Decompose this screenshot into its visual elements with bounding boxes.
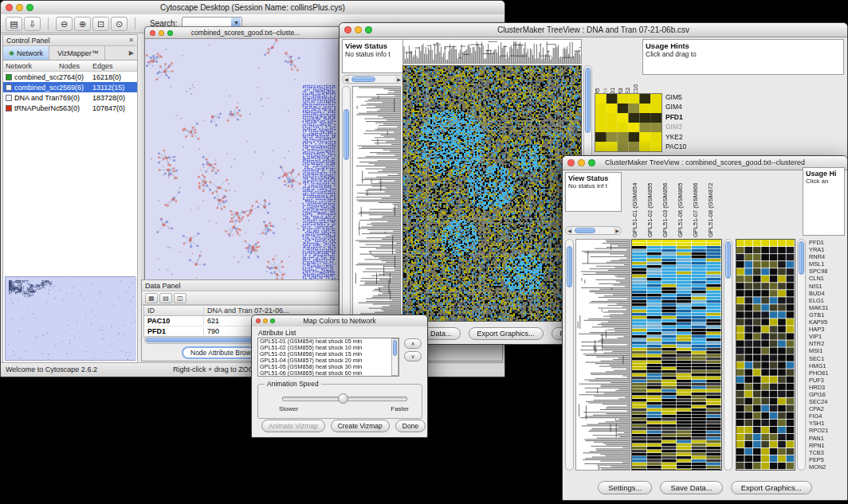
attribute-item[interactable]: GPL51-06 (GSM865) heat shock 60 min [258, 370, 398, 377]
gene-label[interactable]: FIG4 [809, 412, 845, 420]
speed-slider[interactable] [282, 397, 407, 401]
gene-label[interactable]: RNR4 [809, 253, 845, 260]
tRNAPuberNov2...[interactable]: tRNAPuberNov2... 563(0) 107847(0) [3, 103, 137, 113]
minimize-window-button[interactable] [263, 318, 268, 323]
DNA and Tran 07...[interactable]: DNA and Tran 07... 769(0) 183728(0) [3, 92, 137, 103]
dendrogram-zoom-scrollbar[interactable]: ◀ ▶ [565, 226, 622, 235]
tab-overflow-icon[interactable]: ▶ [126, 46, 137, 60]
row-vertical-scrollbar[interactable] [342, 86, 351, 317]
control-panel-close-icon[interactable]: ✕ [128, 37, 134, 44]
import-network-icon[interactable]: ⇩ [24, 17, 41, 31]
export-graphics-button[interactable]: Export Graphics... [469, 327, 544, 340]
attribute-batch-icon[interactable]: ◫ [174, 293, 186, 303]
gene-label[interactable]: YKE2 [665, 132, 686, 142]
combined_sco...[interactable]: combined_sco... 2569(6) 13112(15) [3, 82, 137, 92]
gene-label[interactable]: HMG1 [809, 362, 845, 369]
close-window-button[interactable] [344, 26, 351, 33]
column-label[interactable]: GPL51-03 (GSM856 [662, 167, 677, 237]
open-session-icon[interactable]: ▤ [6, 17, 22, 31]
dendrogram-zoom-scrollbar[interactable]: ◀ ▶ [342, 75, 403, 84]
attribute-listbox[interactable]: GPL51-01 (GSM854) heat shock 05 minGPL51… [257, 338, 399, 377]
column-dendrogram[interactable] [402, 39, 582, 64]
zoom-window-button[interactable] [365, 26, 372, 33]
treeview-dna-titlebar[interactable]: ClusterMaker TreeView : DNA and Tran 07-… [340, 23, 847, 37]
gene-label[interactable]: SEC24 [809, 398, 845, 405]
gene-label[interactable]: PFD1 [665, 112, 686, 122]
minimize-window-button[interactable] [578, 159, 585, 166]
minimize-window-button[interactable] [355, 26, 362, 33]
zoom-selected-icon[interactable]: ⊙ [111, 17, 128, 31]
tab-network[interactable]: ◉Network [3, 46, 49, 60]
gene-label[interactable]: GPI16 [809, 391, 845, 398]
listbox-scrollbar[interactable] [391, 338, 398, 376]
gene-label[interactable]: SEC1 [809, 355, 845, 362]
gene-label[interactable]: MON2 [809, 463, 845, 471]
gene-label[interactable]: PAN1 [809, 435, 845, 442]
minimize-window-button[interactable] [159, 30, 164, 36]
gene-label[interactable]: RPO21 [809, 427, 845, 434]
gene-label[interactable]: KAP95 [809, 318, 845, 326]
heatmap-zoom-view[interactable] [736, 239, 795, 471]
gene-label[interactable]: VIP1 [809, 333, 845, 340]
save-data-button[interactable]: Save Data... [660, 481, 722, 494]
combined_scores[interactable]: combined_scores 2764(0) 16218(0) [3, 72, 137, 82]
row-dendrogram[interactable] [575, 239, 630, 471]
row-dendrogram[interactable] [352, 86, 401, 317]
minimize-window-button[interactable] [16, 4, 23, 11]
zoom-vertical-scrollbar[interactable] [797, 239, 806, 471]
gene-label[interactable]: GIM4 [665, 102, 686, 111]
main-window-titlebar[interactable]: Cytoscape Desktop (Session Name: collins… [1, 1, 504, 15]
create-vizmap-button[interactable]: Create Vizmap [331, 420, 390, 432]
gene-label[interactable]: PHO81 [809, 369, 845, 377]
column-label[interactable]: GPL51-07 (GSM866 [692, 167, 707, 237]
gene-label[interactable]: SPC98 [809, 268, 845, 275]
gene-label[interactable]: PFD1 [809, 239, 845, 246]
column-label[interactable]: GPL51-06 (GSM865 [677, 167, 692, 237]
zoom-fit-icon[interactable]: ⊡ [92, 17, 109, 31]
gene-label[interactable]: NIS1 [809, 283, 845, 290]
zoom-window-button[interactable] [588, 159, 595, 166]
gene-label[interactable]: GIM3 [665, 122, 686, 131]
gene-label[interactable]: GTB1 [809, 311, 845, 318]
heatmap-main[interactable] [631, 239, 722, 471]
gene-label[interactable]: HAP3 [809, 326, 845, 333]
gene-label[interactable]: CLN1 [809, 275, 845, 282]
gene-label[interactable]: ELG1 [809, 297, 845, 304]
scroll-right-icon[interactable]: ▶ [614, 227, 621, 234]
column-label[interactable]: GPL51-02 (GSM855 [646, 167, 662, 237]
scroll-left-icon[interactable]: ◀ [343, 76, 350, 83]
scroll-left-icon[interactable]: ◀ [566, 227, 573, 234]
slider-thumb[interactable] [338, 393, 348, 404]
row-vertical-scrollbar[interactable] [565, 239, 574, 471]
gene-label[interactable]: MAK31 [809, 304, 845, 311]
network-overview-thumbnail[interactable] [5, 276, 135, 361]
gene-label[interactable]: TCB3 [809, 449, 845, 456]
column-label[interactable]: GPL51-08 (GSM872 [707, 167, 722, 237]
select-attributes-icon[interactable]: ▦ [145, 293, 158, 303]
zoom-window-button[interactable] [167, 30, 173, 36]
gene-label[interactable]: RPN1 [809, 442, 845, 449]
gene-label[interactable]: HRD3 [809, 384, 845, 391]
done-button[interactable]: Done [395, 420, 426, 432]
close-window-button[interactable] [150, 30, 155, 36]
animate-vizmap-button[interactable]: Animate Vizmap [261, 420, 325, 432]
gene-label[interactable]: BUD4 [809, 290, 845, 297]
close-window-button[interactable] [6, 4, 13, 11]
close-window-button[interactable] [567, 159, 575, 166]
close-window-button[interactable] [256, 318, 261, 323]
gene-label[interactable]: PAC10 [665, 142, 686, 151]
gene-label[interactable]: GIM5 [665, 92, 686, 102]
move-down-button[interactable]: ∨ [404, 351, 422, 361]
gene-label[interactable]: YSH1 [809, 420, 845, 427]
heatmap-main[interactable] [402, 65, 582, 322]
column-label[interactable]: GPL51-01 (GSM854 [631, 167, 646, 237]
settings-button[interactable]: Settings... [598, 481, 652, 494]
heatmap-zoom-view[interactable] [595, 93, 662, 152]
gene-label[interactable]: YRA1 [809, 246, 845, 253]
gene-label[interactable]: CPA2 [809, 405, 845, 412]
move-up-button[interactable]: ∧ [404, 338, 422, 349]
attribute-table-icon[interactable]: ▤ [159, 293, 172, 303]
zoom-in-icon[interactable]: ⊕ [74, 17, 91, 31]
scroll-right-icon[interactable]: ▶ [395, 76, 402, 83]
gene-label[interactable]: NTR2 [809, 340, 845, 347]
